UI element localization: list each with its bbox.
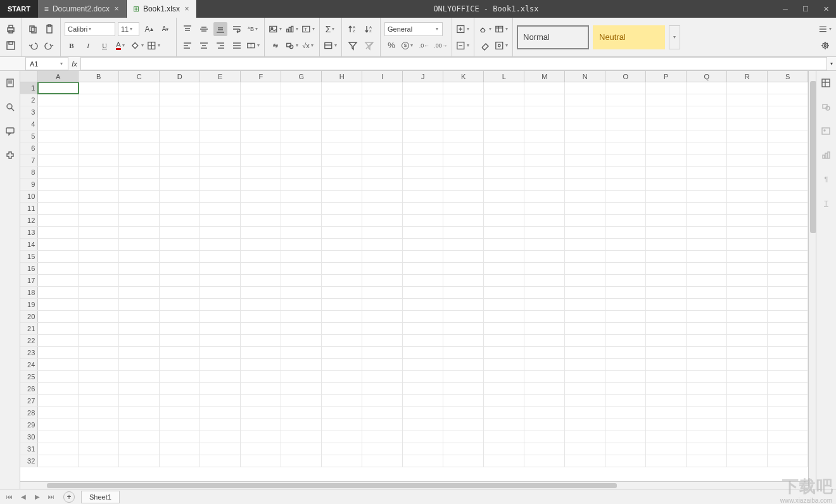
- cell[interactable]: [768, 263, 808, 274]
- cell[interactable]: [403, 299, 443, 310]
- cell[interactable]: [281, 167, 322, 178]
- cell[interactable]: [727, 419, 768, 431]
- cell[interactable]: [524, 154, 565, 166]
- cell[interactable]: [322, 383, 362, 394]
- cell[interactable]: [727, 275, 768, 286]
- cell[interactable]: [484, 142, 524, 154]
- cell[interactable]: [605, 455, 646, 467]
- cell[interactable]: [524, 167, 565, 178]
- cell[interactable]: [605, 323, 646, 334]
- cell[interactable]: [727, 251, 768, 262]
- cell[interactable]: [281, 239, 322, 250]
- delete-cells-button[interactable]: ▾: [456, 39, 470, 53]
- cell[interactable]: [443, 191, 484, 202]
- cell[interactable]: [646, 251, 687, 262]
- cell[interactable]: [565, 251, 605, 262]
- cell[interactable]: [160, 335, 200, 346]
- cell[interactable]: [727, 94, 768, 106]
- cell[interactable]: [79, 263, 119, 274]
- cell[interactable]: [119, 154, 160, 166]
- cell[interactable]: [160, 215, 200, 226]
- cell[interactable]: [160, 431, 200, 443]
- cell[interactable]: [38, 287, 79, 298]
- cell[interactable]: [241, 299, 281, 310]
- cell[interactable]: [241, 311, 281, 322]
- comments-icon[interactable]: [3, 124, 17, 138]
- cell[interactable]: [727, 371, 768, 382]
- cell[interactable]: [768, 142, 808, 154]
- cell[interactable]: [281, 335, 322, 346]
- insert-text-button[interactable]: T▾: [301, 22, 315, 36]
- cell[interactable]: [565, 455, 605, 467]
- cell[interactable]: [200, 275, 241, 286]
- cell[interactable]: [241, 335, 281, 346]
- cell-settings-button[interactable]: ▾: [495, 39, 509, 53]
- first-sheet-button[interactable]: ⏮: [4, 491, 15, 503]
- cell[interactable]: [362, 347, 403, 358]
- style-normal[interactable]: Normal: [517, 25, 589, 49]
- row-header[interactable]: 14: [20, 239, 38, 250]
- column-header[interactable]: A: [38, 71, 79, 82]
- cell[interactable]: [524, 359, 565, 370]
- row-header[interactable]: 28: [20, 407, 38, 419]
- cell[interactable]: [79, 347, 119, 358]
- cell[interactable]: [565, 118, 605, 130]
- cell[interactable]: [687, 407, 727, 419]
- wrap-text-button[interactable]: [230, 22, 244, 36]
- cell[interactable]: [362, 395, 403, 406]
- cell[interactable]: [79, 275, 119, 286]
- cell[interactable]: [484, 215, 524, 226]
- cell[interactable]: [160, 263, 200, 274]
- font-size-select[interactable]: 11▾: [118, 22, 139, 36]
- cell[interactable]: [79, 203, 119, 214]
- cell[interactable]: [119, 419, 160, 431]
- cell[interactable]: [362, 191, 403, 202]
- column-header[interactable]: E: [200, 71, 241, 82]
- cell[interactable]: [484, 106, 524, 118]
- cell[interactable]: [322, 299, 362, 310]
- cell[interactable]: [768, 419, 808, 431]
- cell[interactable]: [119, 275, 160, 286]
- cell[interactable]: [362, 371, 403, 382]
- cell[interactable]: [565, 419, 605, 431]
- cell[interactable]: [241, 395, 281, 406]
- cell[interactable]: [160, 371, 200, 382]
- column-header[interactable]: Q: [687, 71, 727, 82]
- cell[interactable]: [565, 239, 605, 250]
- cell[interactable]: [687, 335, 727, 346]
- cell[interactable]: [768, 106, 808, 118]
- cell[interactable]: [646, 311, 687, 322]
- cell[interactable]: [484, 287, 524, 298]
- cell[interactable]: [322, 275, 362, 286]
- cell[interactable]: [79, 251, 119, 262]
- cell[interactable]: [200, 94, 241, 106]
- cell[interactable]: [160, 395, 200, 406]
- cell[interactable]: [281, 455, 322, 467]
- cell[interactable]: [443, 347, 484, 358]
- row-header[interactable]: 5: [20, 130, 38, 142]
- cell[interactable]: [768, 335, 808, 346]
- row-header[interactable]: 26: [20, 383, 38, 394]
- align-center-button[interactable]: [197, 39, 211, 53]
- cell[interactable]: [200, 154, 241, 166]
- cell[interactable]: [362, 251, 403, 262]
- cell[interactable]: [687, 263, 727, 274]
- cell[interactable]: [200, 419, 241, 431]
- cell[interactable]: [119, 347, 160, 358]
- cell[interactable]: [565, 130, 605, 142]
- cell[interactable]: [646, 227, 687, 238]
- cell[interactable]: [484, 94, 524, 106]
- row-header[interactable]: 8: [20, 167, 38, 178]
- cell[interactable]: [403, 130, 443, 142]
- cell[interactable]: [160, 323, 200, 334]
- document-tab-2[interactable]: ⊞ Book1.xlsx ×: [127, 0, 197, 18]
- cell[interactable]: [241, 154, 281, 166]
- cell[interactable]: [200, 443, 241, 455]
- cell[interactable]: [79, 383, 119, 394]
- cell[interactable]: [322, 419, 362, 431]
- increase-decimal-button[interactable]: .00→: [434, 39, 448, 53]
- cell[interactable]: [646, 455, 687, 467]
- cell[interactable]: [605, 118, 646, 130]
- cell[interactable]: [362, 118, 403, 130]
- number-format-select[interactable]: General▾: [384, 22, 443, 36]
